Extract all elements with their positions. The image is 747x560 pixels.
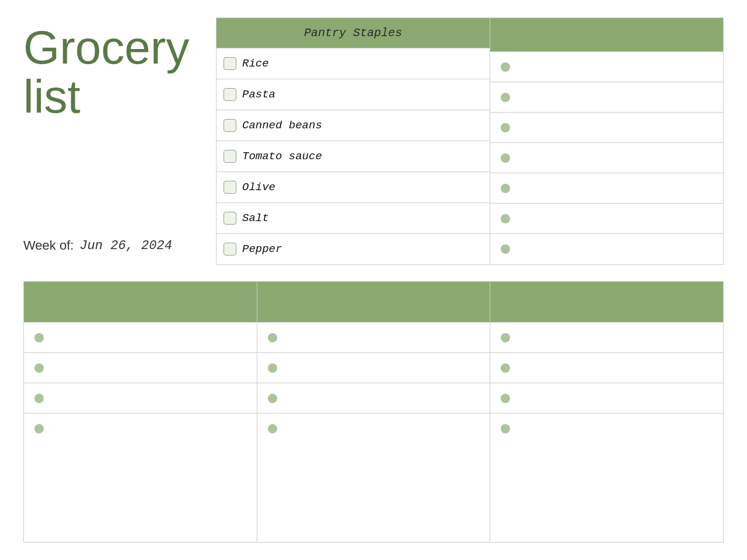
item-salt: Salt <box>242 212 269 225</box>
week-of-row: Week of: Jun 26, 2024 <box>23 226 204 253</box>
dot-icon <box>501 363 510 373</box>
right-column <box>490 18 724 265</box>
right-dot-row <box>490 82 723 113</box>
right-dot-row <box>490 234 723 264</box>
bottom-row <box>257 323 490 353</box>
pantry-item-cell: Pasta <box>224 88 483 101</box>
bottom-row <box>24 323 257 353</box>
bottom-row <box>257 414 490 444</box>
pantry-item-cell: Rice <box>224 57 483 70</box>
bottom-row <box>490 414 723 444</box>
table-row: Tomato sauce <box>217 141 490 172</box>
dot-icon <box>501 424 510 433</box>
dot-icon <box>501 244 510 254</box>
right-dot-row <box>490 113 723 143</box>
dot-icon <box>268 394 277 403</box>
checkbox-tomato-sauce[interactable] <box>224 150 236 163</box>
left-panel: Grocerylist Week of: Jun 26, 2024 <box>23 18 216 265</box>
bottom-row <box>490 323 723 353</box>
bottom-col-3-header <box>490 282 723 323</box>
dot-icon <box>501 333 510 342</box>
page-title: Grocerylist <box>23 23 204 121</box>
dot-icon <box>501 184 510 193</box>
dot-icon <box>501 394 510 403</box>
top-section: Grocerylist Week of: Jun 26, 2024 Pantry… <box>23 18 724 265</box>
bottom-section <box>23 281 724 542</box>
dot-icon <box>501 214 510 223</box>
pantry-item-cell: Canned beans <box>224 119 483 132</box>
item-pasta: Pasta <box>242 88 275 101</box>
table-row: Pepper <box>217 234 490 265</box>
checkbox-canned-beans[interactable] <box>224 119 236 132</box>
bottom-row <box>24 414 257 444</box>
item-tomato-sauce: Tomato sauce <box>242 150 322 163</box>
dot-icon <box>501 62 510 72</box>
bottom-row <box>257 383 490 414</box>
bottom-row <box>24 353 257 383</box>
bottom-row <box>24 383 257 414</box>
table-row: Rice <box>217 48 490 79</box>
page: Grocerylist Week of: Jun 26, 2024 Pantry… <box>0 0 747 560</box>
right-dot-row <box>490 52 723 82</box>
dot-icon <box>268 333 277 342</box>
dot-icon <box>34 333 44 342</box>
dot-icon <box>501 153 510 163</box>
table-row: Salt <box>217 203 490 234</box>
dot-icon <box>501 123 510 132</box>
week-of-date: Jun 26, 2024 <box>79 239 172 253</box>
item-pepper: Pepper <box>242 243 282 256</box>
right-dot-row <box>490 143 723 173</box>
tables-row: Pantry Staples Rice <box>216 18 724 265</box>
pantry-item-cell: Tomato sauce <box>224 150 483 163</box>
bottom-col-1-header <box>24 282 257 323</box>
bottom-row <box>490 353 723 383</box>
bottom-col-3 <box>490 282 723 542</box>
dot-icon <box>268 363 277 373</box>
right-dot-row <box>490 204 723 234</box>
checkbox-olive[interactable] <box>224 181 236 194</box>
checkbox-salt[interactable] <box>224 212 236 225</box>
dot-icon <box>34 394 44 403</box>
bottom-row <box>257 353 490 383</box>
bottom-row <box>490 383 723 414</box>
table-row: Olive <box>217 172 490 203</box>
week-of-label: Week of: <box>23 238 74 253</box>
dot-icon <box>268 424 277 433</box>
dot-icon <box>34 424 44 433</box>
pantry-item-cell: Pepper <box>224 243 483 256</box>
table-row: Canned beans <box>217 110 490 141</box>
item-rice: Rice <box>242 57 269 70</box>
right-dot-row <box>490 173 723 204</box>
checkbox-rice[interactable] <box>224 57 236 70</box>
right-column-header <box>490 18 723 52</box>
bottom-col-2 <box>257 282 491 542</box>
pantry-table: Pantry Staples Rice <box>216 18 490 265</box>
bottom-col-2-header <box>257 282 490 323</box>
dot-icon <box>34 363 44 373</box>
table-row: Pasta <box>217 79 490 110</box>
item-olive: Olive <box>242 181 275 194</box>
pantry-item-cell: Olive <box>224 181 483 194</box>
pantry-item-cell: Salt <box>224 212 483 225</box>
bottom-col-1 <box>24 282 257 542</box>
item-canned-beans: Canned beans <box>242 119 322 132</box>
pantry-header: Pantry Staples <box>217 18 490 48</box>
checkbox-pasta[interactable] <box>224 88 236 101</box>
dot-icon <box>501 93 510 102</box>
checkbox-pepper[interactable] <box>224 243 236 256</box>
